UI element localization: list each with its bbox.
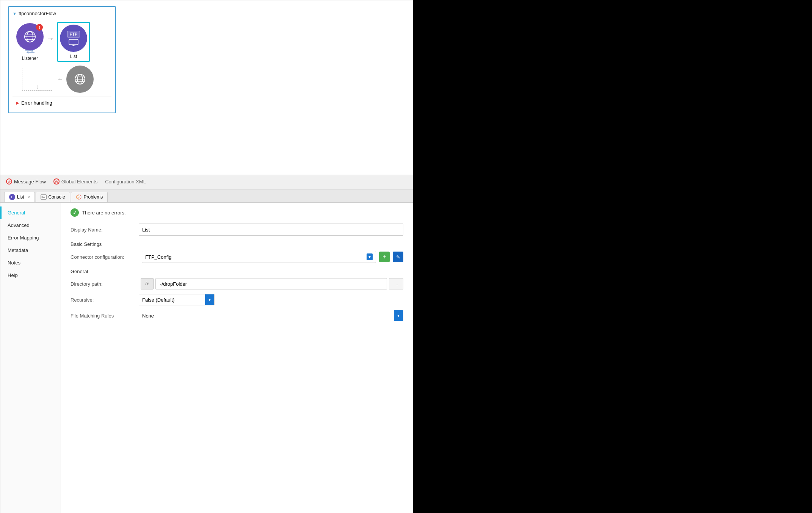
nav-help-label: Help <box>8 272 18 278</box>
add-config-button[interactable]: + <box>379 252 390 262</box>
tab-console-label: Console <box>49 194 65 200</box>
tab-list-label: List <box>17 194 24 200</box>
nav-error-mapping[interactable]: Error Mapping <box>0 231 61 244</box>
status-message: There are no errors. <box>82 210 126 216</box>
panel-area: General Advanced Error Mapping Metadata … <box>0 203 413 513</box>
recursive-label: Recursive: <box>71 297 139 303</box>
tab-problems[interactable]: Problems <box>71 192 108 202</box>
gray-globe-circle[interactable] <box>66 66 94 93</box>
listener-circle[interactable]: ! <box>16 23 44 50</box>
problems-icon <box>76 194 82 200</box>
svg-rect-7 <box>69 39 78 45</box>
listener-node[interactable]: ! <box>16 23 44 61</box>
dashed-box: ↓ <box>22 68 52 91</box>
left-nav: General Advanced Error Mapping Metadata … <box>0 203 61 513</box>
tabs-bar: L List × Console <box>0 189 413 203</box>
error-badge: ! <box>36 24 43 31</box>
flow-container: ▼ ftpconnectorFlow ! <box>8 6 116 113</box>
connector-config-label: Connector configuration: <box>71 254 139 260</box>
list-circle[interactable]: FTP <box>60 25 87 52</box>
message-flow-icon: ⊗ <box>6 178 12 185</box>
recursive-dropdown-btn[interactable]: ▾ <box>205 294 214 305</box>
error-icon: ! <box>39 25 40 30</box>
nav-general-label: General <box>8 210 25 216</box>
global-elements-icon: ⊗ <box>53 178 60 185</box>
error-handling[interactable]: ▶ Error handling <box>13 97 111 109</box>
file-matching-label: File Matching Rules <box>71 313 139 319</box>
error-triangle: ▶ <box>16 101 19 105</box>
error-handling-label: Error handling <box>21 100 52 106</box>
display-name-input[interactable] <box>139 224 403 236</box>
nav-error-mapping-label: Error Mapping <box>8 235 39 241</box>
svg-rect-15 <box>41 195 46 199</box>
file-matching-select-wrapper: None ▾ <box>139 310 403 321</box>
display-name-row: Display Name: <box>71 224 403 236</box>
console-icon <box>41 194 47 200</box>
app-container: ▼ ftpconnectorFlow ! <box>0 0 812 513</box>
nav-metadata-label: Metadata <box>8 247 28 253</box>
recursive-select[interactable]: False (Default) True <box>139 294 205 305</box>
tab-message-flow-label: Message Flow <box>14 179 46 185</box>
list-label: List <box>70 54 77 59</box>
ide-area: ▼ ftpconnectorFlow ! <box>0 0 413 513</box>
file-matching-row: File Matching Rules None ▾ <box>71 310 403 321</box>
status-ok-icon: ✓ <box>71 208 79 217</box>
tab-list-close[interactable]: × <box>28 195 30 199</box>
nav-advanced[interactable]: Advanced <box>0 219 61 231</box>
tab-global-elements-label: Global Elements <box>61 179 97 185</box>
nav-help[interactable]: Help <box>0 269 61 282</box>
directory-path-input[interactable] <box>155 278 387 289</box>
recursive-select-wrapper: False (Default) True ▾ <box>139 294 215 305</box>
connector-config-value: FTP_Config <box>145 254 171 260</box>
tab-configuration-xml-label: Configuration XML <box>105 179 146 185</box>
display-name-label: Display Name: <box>71 227 139 233</box>
arrow-connector: → <box>47 34 54 43</box>
list-node-wrapper: FTP List <box>57 22 90 62</box>
main-content: ✓ There are no errors. Display Name: Bas… <box>61 203 413 513</box>
fx-button[interactable]: fx <box>141 278 154 289</box>
general-section-title: General <box>71 269 403 274</box>
globe-icon <box>23 30 37 44</box>
flow-name: ftpconnectorFlow <box>19 11 56 16</box>
file-matching-select[interactable]: None <box>139 310 394 321</box>
gray-globe-icon <box>74 73 86 86</box>
directory-path-row: Directory path: fx ... <box>71 278 403 289</box>
connector-dropdown-arrow: ▾ <box>367 253 373 260</box>
bottom-nav: ⊗ Message Flow ⊗ Global Elements Configu… <box>0 175 413 189</box>
tab-message-flow[interactable]: ⊗ Message Flow <box>6 175 46 188</box>
tab-configuration-xml[interactable]: Configuration XML <box>105 176 146 188</box>
flow-title-arrow: ▼ <box>13 11 17 16</box>
listener-label: Listener <box>22 56 38 61</box>
second-row: ↓ ← <box>13 64 111 97</box>
flow-title: ▼ ftpconnectorFlow <box>13 11 111 16</box>
file-matching-dropdown-btn[interactable]: ▾ <box>394 310 403 321</box>
nav-general[interactable]: General <box>0 206 61 219</box>
gray-globe-node[interactable] <box>66 66 94 93</box>
tab-problems-label: Problems <box>84 194 103 200</box>
nav-notes[interactable]: Notes <box>0 256 61 269</box>
nav-advanced-label: Advanced <box>8 222 30 228</box>
basic-settings-title: Basic Settings <box>71 241 403 247</box>
recursive-row: Recursive: False (Default) True ▾ <box>71 294 403 305</box>
tab-global-elements[interactable]: ⊗ Global Elements <box>53 175 97 188</box>
ftp-icon: FTP <box>67 31 80 46</box>
monitor-icon <box>68 39 79 46</box>
connector-config-select-wrapper: FTP_Config ▾ <box>142 251 376 263</box>
tab-console[interactable]: Console <box>36 192 70 202</box>
nav-metadata[interactable]: Metadata <box>0 244 61 256</box>
nav-notes-label: Notes <box>8 260 20 266</box>
list-tab-icon: L <box>9 194 15 200</box>
tab-list[interactable]: L List × <box>4 192 35 202</box>
status-bar: ✓ There are no errors. <box>71 208 403 217</box>
canvas-area: ▼ ftpconnectorFlow ! <box>0 0 413 175</box>
connector-config-row: Connector configuration: FTP_Config ▾ + … <box>71 251 403 263</box>
edit-config-button[interactable]: ✎ <box>393 252 403 262</box>
directory-path-label: Directory path: <box>71 281 139 287</box>
back-arrow: ← <box>57 76 63 83</box>
list-node[interactable]: FTP List <box>60 25 87 59</box>
browse-button[interactable]: ... <box>389 278 403 289</box>
